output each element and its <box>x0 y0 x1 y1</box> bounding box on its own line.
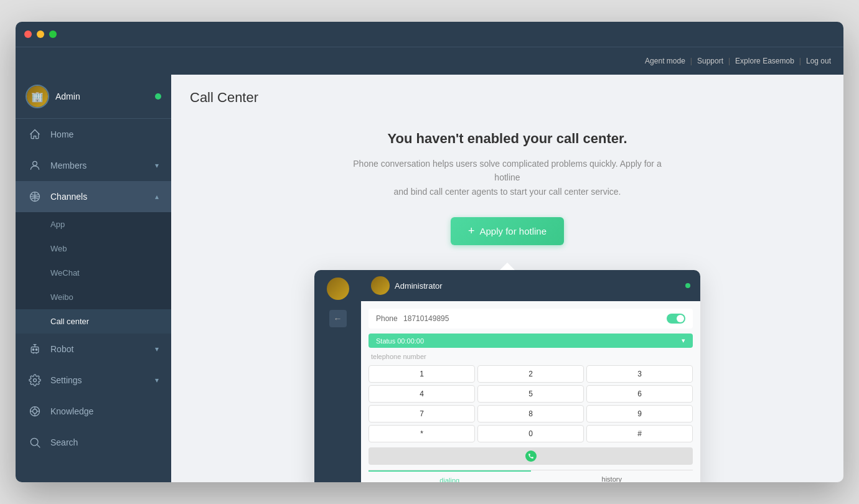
phone-tab-history[interactable]: history <box>531 470 693 482</box>
phone-key-9[interactable]: 9 <box>586 405 693 422</box>
online-status-dot <box>155 93 161 100</box>
robot-chevron-icon: ▾ <box>155 345 159 353</box>
members-chevron-icon: ▾ <box>155 161 159 170</box>
traffic-lights <box>24 30 57 38</box>
titlebar <box>16 22 843 47</box>
members-label: Members <box>50 161 146 170</box>
phone-key-6[interactable]: 6 <box>586 385 693 403</box>
page-title: Call Center <box>190 90 825 106</box>
phone-main: Administrator Phone 18710149895 <box>361 270 700 482</box>
phone-status-bar: Status 00:00:00 ▾ <box>368 334 693 348</box>
settings-label: Settings <box>50 375 146 385</box>
phone-key-1[interactable]: 1 <box>368 365 475 383</box>
sidebar-item-members[interactable]: Members ▾ <box>16 150 171 181</box>
empty-state: You haven't enabled your call center. Ph… <box>352 131 663 198</box>
knowledge-icon <box>28 404 42 418</box>
phone-username: Administrator <box>395 281 680 291</box>
phone-key-4[interactable]: 4 <box>368 385 475 403</box>
phone-status-dot <box>685 283 690 288</box>
sidebar-item-knowledge[interactable]: Knowledge <box>16 396 171 427</box>
sidebar-item-channels[interactable]: Channels ▴ <box>16 181 171 212</box>
sidebar-item-wechat[interactable]: WeChat <box>16 261 171 285</box>
phone-mockup-container: ← Administrator <box>314 270 700 482</box>
back-arrow-icon: ← <box>334 314 342 324</box>
phone-key-star[interactable]: * <box>368 425 475 442</box>
members-icon <box>28 159 42 172</box>
phone-call-button[interactable] <box>368 447 693 465</box>
phone-tel-label: telephone number <box>368 353 693 360</box>
phone-keypad: 1 2 3 4 5 6 7 8 9 * <box>368 365 693 442</box>
phone-label: Phone 18710149895 <box>376 314 449 323</box>
avatar-image: 🏢 <box>27 86 48 107</box>
plus-icon: + <box>468 225 475 238</box>
channels-icon <box>28 190 42 203</box>
svg-point-12 <box>31 438 38 446</box>
empty-state-description: Phone conversation helps users solve com… <box>352 157 663 198</box>
explore-link[interactable]: Explore Easemob <box>735 57 794 65</box>
sidebar-item-call-center[interactable]: Call center <box>16 309 171 334</box>
phone-header: Administrator <box>361 270 700 301</box>
phone-header-avatar <box>371 276 390 295</box>
search-label: Search <box>50 437 159 447</box>
sidebar-item-app[interactable]: App <box>16 212 171 236</box>
logout-link[interactable]: Log out <box>806 57 831 65</box>
phone-sidebar-avatar <box>327 278 349 300</box>
phone-number-row: Phone 18710149895 <box>368 309 693 329</box>
sidebar-item-web[interactable]: Web <box>16 236 171 261</box>
close-button[interactable] <box>24 30 32 38</box>
call-center-body: You haven't enabled your call center. Ph… <box>171 106 843 482</box>
content-header: Call Center <box>171 75 843 106</box>
phone-tab-dialing[interactable]: dialing <box>368 470 531 482</box>
svg-point-4 <box>35 349 37 351</box>
channels-chevron-icon: ▴ <box>155 192 159 201</box>
sidebar: 🏢 Admin Home <box>16 75 171 482</box>
phone-status-text: Status 00:00:00 <box>376 337 424 345</box>
settings-icon <box>28 373 42 387</box>
phone-call-icon <box>525 450 537 462</box>
home-label: Home <box>50 129 159 139</box>
sidebar-item-weibo[interactable]: Weibo <box>16 285 171 309</box>
agent-mode-link[interactable]: Agent mode <box>645 57 685 65</box>
phone-tabs: dialing history <box>368 470 693 482</box>
phone-key-5[interactable]: 5 <box>477 385 584 403</box>
phone-key-3[interactable]: 3 <box>586 365 693 383</box>
apply-hotline-label: Apply for hotline <box>479 226 547 236</box>
maximize-button[interactable] <box>49 30 57 38</box>
phone-key-hash[interactable]: # <box>586 425 693 442</box>
phone-key-0[interactable]: 0 <box>477 425 584 442</box>
phone-body: Phone 18710149895 Status 00:00:00 ▾ <box>361 301 700 482</box>
phone-mockup: ← Administrator <box>314 270 700 482</box>
main-layout: 🏢 Admin Home <box>16 75 843 482</box>
search-icon <box>28 436 42 449</box>
apply-hotline-button[interactable]: + Apply for hotline <box>451 217 564 245</box>
phone-toggle[interactable] <box>667 314 685 324</box>
sep1: | <box>690 57 692 65</box>
support-link[interactable]: Support <box>697 57 723 65</box>
sep2: | <box>728 57 730 65</box>
phone-key-7[interactable]: 7 <box>368 405 475 422</box>
phone-key-8[interactable]: 8 <box>477 405 584 422</box>
empty-state-title: You haven't enabled your call center. <box>352 131 663 147</box>
phone-back-button[interactable]: ← <box>329 310 347 327</box>
svg-point-3 <box>32 349 34 351</box>
sidebar-item-robot[interactable]: Robot ▾ <box>16 334 171 365</box>
avatar: 🏢 <box>26 85 49 108</box>
sep3: | <box>799 57 801 65</box>
phone-mockup-sidebar: ← <box>314 270 361 482</box>
robot-label: Robot <box>50 344 146 354</box>
svg-line-13 <box>37 445 40 448</box>
channels-label: Channels <box>50 192 146 202</box>
robot-icon <box>28 342 42 356</box>
channels-submenu: App Web WeChat Weibo Call center <box>16 212 171 334</box>
sidebar-item-search[interactable]: Search <box>16 427 171 458</box>
main-window: Agent mode | Support | Explore Easemob |… <box>16 22 843 482</box>
topbar: Agent mode | Support | Explore Easemob |… <box>16 47 843 75</box>
phone-key-2[interactable]: 2 <box>477 365 584 383</box>
bubble-tip <box>500 263 515 270</box>
status-chevron-icon: ▾ <box>682 337 685 345</box>
sidebar-item-home[interactable]: Home <box>16 119 171 150</box>
main-content: Call Center You haven't enabled your cal… <box>171 75 843 482</box>
svg-point-0 <box>33 161 37 166</box>
sidebar-item-settings[interactable]: Settings ▾ <box>16 365 171 396</box>
minimize-button[interactable] <box>37 30 44 38</box>
